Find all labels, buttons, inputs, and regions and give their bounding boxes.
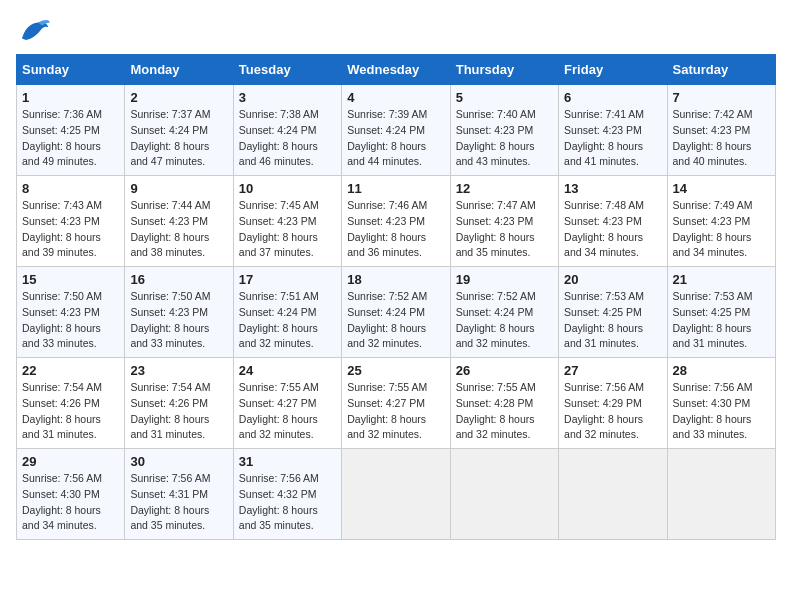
day-info: Sunrise: 7:54 AM Sunset: 4:26 PM Dayligh… <box>130 380 227 443</box>
day-info: Sunrise: 7:38 AM Sunset: 4:24 PM Dayligh… <box>239 107 336 170</box>
calendar-cell <box>450 449 558 540</box>
calendar-cell <box>559 449 667 540</box>
day-number: 2 <box>130 90 227 105</box>
day-number: 22 <box>22 363 119 378</box>
calendar-cell: 1 Sunrise: 7:36 AM Sunset: 4:25 PM Dayli… <box>17 85 125 176</box>
day-number: 31 <box>239 454 336 469</box>
day-number: 1 <box>22 90 119 105</box>
day-number: 15 <box>22 272 119 287</box>
day-number: 13 <box>564 181 661 196</box>
day-info: Sunrise: 7:49 AM Sunset: 4:23 PM Dayligh… <box>673 198 770 261</box>
day-number: 21 <box>673 272 770 287</box>
calendar-cell: 13 Sunrise: 7:48 AM Sunset: 4:23 PM Dayl… <box>559 176 667 267</box>
day-number: 9 <box>130 181 227 196</box>
calendar-cell: 31 Sunrise: 7:56 AM Sunset: 4:32 PM Dayl… <box>233 449 341 540</box>
day-info: Sunrise: 7:50 AM Sunset: 4:23 PM Dayligh… <box>22 289 119 352</box>
calendar-cell: 17 Sunrise: 7:51 AM Sunset: 4:24 PM Dayl… <box>233 267 341 358</box>
day-number: 12 <box>456 181 553 196</box>
day-info: Sunrise: 7:37 AM Sunset: 4:24 PM Dayligh… <box>130 107 227 170</box>
logo-bird-icon <box>18 16 50 44</box>
day-number: 7 <box>673 90 770 105</box>
day-info: Sunrise: 7:41 AM Sunset: 4:23 PM Dayligh… <box>564 107 661 170</box>
weekday-header-wednesday: Wednesday <box>342 55 450 85</box>
day-number: 8 <box>22 181 119 196</box>
week-row-1: 1 Sunrise: 7:36 AM Sunset: 4:25 PM Dayli… <box>17 85 776 176</box>
calendar-cell: 23 Sunrise: 7:54 AM Sunset: 4:26 PM Dayl… <box>125 358 233 449</box>
day-info: Sunrise: 7:54 AM Sunset: 4:26 PM Dayligh… <box>22 380 119 443</box>
day-info: Sunrise: 7:56 AM Sunset: 4:30 PM Dayligh… <box>673 380 770 443</box>
calendar-table: SundayMondayTuesdayWednesdayThursdayFrid… <box>16 54 776 540</box>
calendar-header: SundayMondayTuesdayWednesdayThursdayFrid… <box>17 55 776 85</box>
calendar-cell: 11 Sunrise: 7:46 AM Sunset: 4:23 PM Dayl… <box>342 176 450 267</box>
calendar-cell: 27 Sunrise: 7:56 AM Sunset: 4:29 PM Dayl… <box>559 358 667 449</box>
day-number: 4 <box>347 90 444 105</box>
calendar-cell: 5 Sunrise: 7:40 AM Sunset: 4:23 PM Dayli… <box>450 85 558 176</box>
weekday-header-friday: Friday <box>559 55 667 85</box>
day-info: Sunrise: 7:51 AM Sunset: 4:24 PM Dayligh… <box>239 289 336 352</box>
day-info: Sunrise: 7:48 AM Sunset: 4:23 PM Dayligh… <box>564 198 661 261</box>
day-info: Sunrise: 7:53 AM Sunset: 4:25 PM Dayligh… <box>673 289 770 352</box>
weekday-header-sunday: Sunday <box>17 55 125 85</box>
calendar-cell: 3 Sunrise: 7:38 AM Sunset: 4:24 PM Dayli… <box>233 85 341 176</box>
calendar-cell: 10 Sunrise: 7:45 AM Sunset: 4:23 PM Dayl… <box>233 176 341 267</box>
day-number: 28 <box>673 363 770 378</box>
calendar-cell: 8 Sunrise: 7:43 AM Sunset: 4:23 PM Dayli… <box>17 176 125 267</box>
calendar-cell: 9 Sunrise: 7:44 AM Sunset: 4:23 PM Dayli… <box>125 176 233 267</box>
day-info: Sunrise: 7:36 AM Sunset: 4:25 PM Dayligh… <box>22 107 119 170</box>
weekday-header-saturday: Saturday <box>667 55 775 85</box>
calendar-body: 1 Sunrise: 7:36 AM Sunset: 4:25 PM Dayli… <box>17 85 776 540</box>
day-info: Sunrise: 7:43 AM Sunset: 4:23 PM Dayligh… <box>22 198 119 261</box>
calendar-cell: 21 Sunrise: 7:53 AM Sunset: 4:25 PM Dayl… <box>667 267 775 358</box>
day-info: Sunrise: 7:56 AM Sunset: 4:32 PM Dayligh… <box>239 471 336 534</box>
weekday-header-thursday: Thursday <box>450 55 558 85</box>
calendar-cell: 19 Sunrise: 7:52 AM Sunset: 4:24 PM Dayl… <box>450 267 558 358</box>
day-number: 17 <box>239 272 336 287</box>
calendar-cell: 16 Sunrise: 7:50 AM Sunset: 4:23 PM Dayl… <box>125 267 233 358</box>
day-info: Sunrise: 7:55 AM Sunset: 4:27 PM Dayligh… <box>347 380 444 443</box>
week-row-5: 29 Sunrise: 7:56 AM Sunset: 4:30 PM Dayl… <box>17 449 776 540</box>
calendar-cell: 26 Sunrise: 7:55 AM Sunset: 4:28 PM Dayl… <box>450 358 558 449</box>
page-header <box>16 16 776 44</box>
weekday-header-tuesday: Tuesday <box>233 55 341 85</box>
day-number: 24 <box>239 363 336 378</box>
day-info: Sunrise: 7:52 AM Sunset: 4:24 PM Dayligh… <box>347 289 444 352</box>
calendar-cell: 30 Sunrise: 7:56 AM Sunset: 4:31 PM Dayl… <box>125 449 233 540</box>
calendar-cell: 28 Sunrise: 7:56 AM Sunset: 4:30 PM Dayl… <box>667 358 775 449</box>
calendar-cell <box>342 449 450 540</box>
day-info: Sunrise: 7:46 AM Sunset: 4:23 PM Dayligh… <box>347 198 444 261</box>
calendar-cell: 22 Sunrise: 7:54 AM Sunset: 4:26 PM Dayl… <box>17 358 125 449</box>
day-info: Sunrise: 7:52 AM Sunset: 4:24 PM Dayligh… <box>456 289 553 352</box>
day-info: Sunrise: 7:55 AM Sunset: 4:27 PM Dayligh… <box>239 380 336 443</box>
day-info: Sunrise: 7:50 AM Sunset: 4:23 PM Dayligh… <box>130 289 227 352</box>
day-number: 26 <box>456 363 553 378</box>
weekday-row: SundayMondayTuesdayWednesdayThursdayFrid… <box>17 55 776 85</box>
day-info: Sunrise: 7:45 AM Sunset: 4:23 PM Dayligh… <box>239 198 336 261</box>
day-info: Sunrise: 7:39 AM Sunset: 4:24 PM Dayligh… <box>347 107 444 170</box>
day-number: 29 <box>22 454 119 469</box>
calendar-cell: 6 Sunrise: 7:41 AM Sunset: 4:23 PM Dayli… <box>559 85 667 176</box>
day-info: Sunrise: 7:56 AM Sunset: 4:31 PM Dayligh… <box>130 471 227 534</box>
day-number: 16 <box>130 272 227 287</box>
calendar-cell: 18 Sunrise: 7:52 AM Sunset: 4:24 PM Dayl… <box>342 267 450 358</box>
logo <box>16 16 50 44</box>
calendar-cell: 14 Sunrise: 7:49 AM Sunset: 4:23 PM Dayl… <box>667 176 775 267</box>
calendar-cell: 15 Sunrise: 7:50 AM Sunset: 4:23 PM Dayl… <box>17 267 125 358</box>
day-number: 30 <box>130 454 227 469</box>
day-info: Sunrise: 7:56 AM Sunset: 4:30 PM Dayligh… <box>22 471 119 534</box>
calendar-cell: 24 Sunrise: 7:55 AM Sunset: 4:27 PM Dayl… <box>233 358 341 449</box>
week-row-2: 8 Sunrise: 7:43 AM Sunset: 4:23 PM Dayli… <box>17 176 776 267</box>
calendar-cell: 29 Sunrise: 7:56 AM Sunset: 4:30 PM Dayl… <box>17 449 125 540</box>
day-number: 20 <box>564 272 661 287</box>
day-info: Sunrise: 7:42 AM Sunset: 4:23 PM Dayligh… <box>673 107 770 170</box>
day-number: 25 <box>347 363 444 378</box>
calendar-cell <box>667 449 775 540</box>
day-number: 10 <box>239 181 336 196</box>
day-number: 6 <box>564 90 661 105</box>
calendar-cell: 20 Sunrise: 7:53 AM Sunset: 4:25 PM Dayl… <box>559 267 667 358</box>
calendar-cell: 12 Sunrise: 7:47 AM Sunset: 4:23 PM Dayl… <box>450 176 558 267</box>
week-row-4: 22 Sunrise: 7:54 AM Sunset: 4:26 PM Dayl… <box>17 358 776 449</box>
day-number: 23 <box>130 363 227 378</box>
day-number: 19 <box>456 272 553 287</box>
calendar-cell: 4 Sunrise: 7:39 AM Sunset: 4:24 PM Dayli… <box>342 85 450 176</box>
calendar-cell: 7 Sunrise: 7:42 AM Sunset: 4:23 PM Dayli… <box>667 85 775 176</box>
